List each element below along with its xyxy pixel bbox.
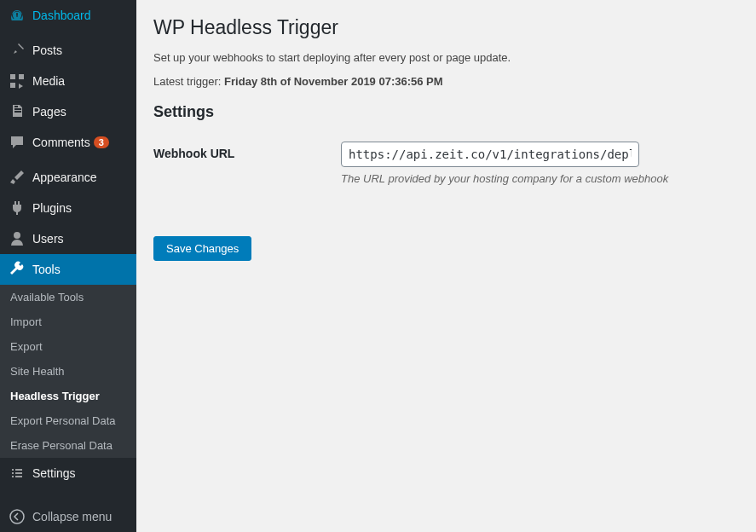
settings-heading: Settings (153, 103, 739, 121)
submenu-item-export-personal-data[interactable]: Export Personal Data (0, 408, 136, 433)
main-content: WP Headless Trigger Set up your webhooks… (136, 0, 756, 532)
submenu-item-site-health[interactable]: Site Health (0, 359, 136, 384)
sidebar-item-label: Appearance (32, 171, 97, 184)
page-description: Set up your webhooks to start deploying … (153, 51, 739, 64)
comments-badge: 3 (94, 136, 109, 148)
sidebar-item-label: Settings (32, 466, 76, 480)
page-title: WP Headless Trigger (153, 16, 739, 39)
dashboard-icon (9, 7, 26, 24)
tools-submenu: Available Tools Import Export Site Healt… (0, 285, 136, 458)
sidebar-item-users[interactable]: Users (0, 223, 136, 254)
webhook-hint: The URL provided by your hosting company… (341, 172, 739, 185)
sidebar-item-tools[interactable]: Tools (0, 254, 136, 285)
submenu-item-erase-personal-data[interactable]: Erase Personal Data (0, 433, 136, 458)
sidebar-item-dashboard[interactable]: Dashboard (0, 0, 136, 31)
sidebar-item-media[interactable]: Media (0, 66, 136, 96)
sidebar-item-label: Plugins (32, 201, 72, 215)
svg-point-0 (10, 510, 24, 523)
sidebar-item-label: Tools (32, 263, 61, 276)
webhook-field: The URL provided by your hosting company… (341, 142, 739, 185)
sidebar-item-label: Pages (32, 105, 66, 119)
webhook-input[interactable] (341, 142, 639, 167)
sidebar-item-posts[interactable]: Posts (0, 35, 136, 66)
sidebar-item-appearance[interactable]: Appearance (0, 162, 136, 193)
settings-icon (9, 465, 26, 482)
collapse-icon (9, 508, 26, 525)
webhook-row: Webhook URL The URL provided by your hos… (153, 142, 739, 185)
pin-icon (9, 42, 26, 59)
comment-icon (9, 134, 26, 151)
sidebar-item-settings[interactable]: Settings (0, 458, 136, 489)
collapse-menu[interactable]: Collapse menu (0, 501, 136, 532)
media-icon (9, 72, 26, 90)
plug-icon (9, 200, 26, 217)
submenu-item-available-tools[interactable]: Available Tools (0, 285, 136, 309)
sidebar-item-label: Media (32, 74, 65, 88)
pages-icon (9, 103, 26, 120)
latest-trigger-label: Latest trigger: (153, 75, 224, 88)
user-icon (9, 230, 26, 247)
sidebar-item-label: Users (32, 232, 64, 246)
sidebar-item-comments[interactable]: Comments 3 (0, 127, 136, 158)
sidebar-item-plugins[interactable]: Plugins (0, 193, 136, 223)
collapse-label: Collapse menu (32, 510, 112, 523)
submenu-item-export[interactable]: Export (0, 334, 136, 359)
admin-sidebar: Dashboard Posts Media Pages Comments 3 A… (0, 0, 136, 532)
brush-icon (9, 169, 26, 186)
sidebar-item-label: Dashboard (32, 9, 91, 22)
submenu-item-headless-trigger[interactable]: Headless Trigger (0, 384, 136, 408)
latest-trigger-value: Friday 8th of November 2019 07:36:56 PM (224, 75, 443, 88)
save-button[interactable]: Save Changes (153, 236, 251, 261)
webhook-label: Webhook URL (153, 142, 341, 160)
latest-trigger: Latest trigger: Friday 8th of November 2… (153, 75, 739, 88)
sidebar-item-pages[interactable]: Pages (0, 96, 136, 127)
sidebar-item-label: Posts (32, 43, 62, 57)
wrench-icon (9, 261, 26, 278)
sidebar-item-label: Comments (32, 136, 90, 149)
submenu-item-import[interactable]: Import (0, 309, 136, 334)
